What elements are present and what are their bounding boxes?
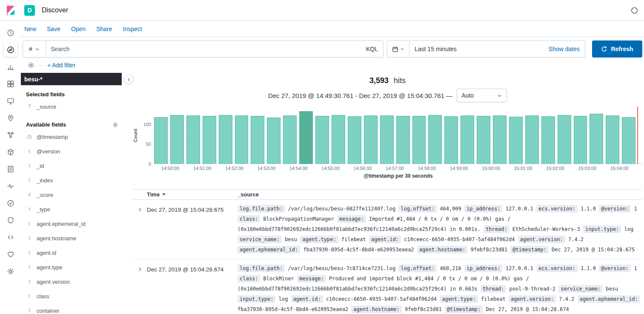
- histogram-bar[interactable]: [170, 115, 184, 164]
- histogram-bar[interactable]: [396, 116, 410, 164]
- field-item-_score[interactable]: #_score: [26, 187, 118, 202]
- field-item-agent.hostname[interactable]: tagent.hostname: [26, 231, 118, 245]
- maps-icon[interactable]: [4, 111, 17, 125]
- kql-language-selector[interactable]: KQL: [361, 46, 383, 52]
- time-column-header[interactable]: Time: [147, 191, 238, 198]
- histogram-bar[interactable]: [332, 115, 345, 164]
- canvas-icon[interactable]: [4, 94, 17, 108]
- field-item-container[interactable]: tcontainer: [26, 303, 118, 314]
- menu-item-open[interactable]: Open: [71, 26, 86, 32]
- field-item-agent.version[interactable]: tagent.version: [26, 274, 118, 289]
- dashboard-icon[interactable]: [4, 77, 17, 91]
- logs-icon[interactable]: [4, 162, 17, 176]
- refresh-button[interactable]: Refresh: [592, 40, 642, 58]
- index-pattern-selector[interactable]: besu-*: [21, 73, 122, 85]
- stack-monitoring-icon[interactable]: [4, 248, 17, 261]
- histogram-bar[interactable]: [267, 118, 280, 164]
- menu-item-save[interactable]: Save: [47, 26, 60, 32]
- x-tick-label: 14:51:00: [193, 166, 212, 171]
- field-name-badge: agent.version:: [518, 236, 565, 243]
- histogram-bar[interactable]: [186, 115, 200, 164]
- x-tick-label: 14:56:00: [354, 166, 372, 171]
- histogram-bar[interactable]: [525, 115, 539, 164]
- infrastructure-icon[interactable]: [4, 145, 17, 159]
- apm-icon[interactable]: [4, 179, 17, 193]
- field-item-_index[interactable]: t_index: [26, 173, 118, 187]
- time-range-value[interactable]: Last 15 minutes: [409, 46, 544, 52]
- add-filter-link[interactable]: + Add filter: [47, 62, 76, 69]
- field-type-badge: t: [26, 264, 33, 270]
- field-item-_source[interactable]: ?_source: [26, 99, 118, 114]
- field-item-@timestamp[interactable]: @timestamp: [26, 130, 118, 144]
- field-type-badge: t: [26, 206, 33, 212]
- menu-item-inspect[interactable]: Inspect: [123, 26, 142, 32]
- saved-query-dropdown[interactable]: #: [23, 41, 46, 57]
- histogram-bar[interactable]: [251, 116, 264, 164]
- histogram-bar[interactable]: [574, 116, 587, 164]
- field-name: agent.ephemeral_id: [37, 221, 86, 227]
- query-bar-area: # KQL Last 15 minutes Show dates: [21, 37, 644, 73]
- field-item-class[interactable]: tclass: [26, 289, 118, 303]
- filter-options-gear-icon[interactable]: [28, 62, 34, 69]
- index-pattern-name: besu-*: [24, 76, 43, 83]
- field-name: _index: [37, 177, 53, 184]
- management-icon[interactable]: [4, 265, 17, 278]
- field-settings-gear-icon[interactable]: [112, 122, 118, 128]
- expand-row-icon[interactable]: [133, 262, 147, 272]
- histogram-bar[interactable]: [444, 116, 458, 164]
- histogram-bar[interactable]: [558, 115, 571, 164]
- search-input[interactable]: [46, 41, 361, 57]
- visualize-icon[interactable]: [4, 60, 17, 74]
- kibana-logo[interactable]: [0, 0, 21, 20]
- field-item-@version[interactable]: t@version: [26, 144, 118, 158]
- results-panel: 3,593 hits Dec 27, 2019 @ 14:49:30.761 -…: [122, 73, 644, 314]
- calendar-dropdown-button[interactable]: [387, 41, 409, 57]
- histogram-bar[interactable]: [622, 117, 635, 164]
- field-item-agent.ephemeral_id[interactable]: tagent.ephemeral_id: [26, 216, 118, 231]
- field-name: agent.version: [37, 279, 70, 285]
- time-column-label: Time: [147, 191, 160, 198]
- histogram-bar[interactable]: [203, 116, 216, 164]
- siem-icon[interactable]: [4, 213, 17, 227]
- machine-learning-icon[interactable]: [4, 128, 17, 142]
- field-name-badge: @timestamp:: [510, 246, 548, 254]
- histogram-bar[interactable]: [315, 116, 329, 164]
- histogram-bar[interactable]: [412, 116, 426, 164]
- interval-select[interactable]: Auto: [457, 89, 507, 102]
- collapse-sidebar-button[interactable]: [124, 75, 133, 84]
- menu-item-new[interactable]: New: [24, 26, 36, 32]
- show-dates-link[interactable]: Show dates: [544, 46, 585, 52]
- histogram-bar[interactable]: [428, 115, 442, 164]
- hits-header: 3,593 hits: [133, 76, 642, 85]
- field-type-badge: t: [26, 221, 33, 227]
- histogram-bar[interactable]: [283, 115, 297, 164]
- recently-viewed-icon[interactable]: [4, 26, 17, 40]
- uptime-icon[interactable]: [4, 196, 17, 210]
- field-type-badge: t: [26, 235, 33, 241]
- field-name-badge: service_name:: [558, 285, 603, 293]
- histogram-bar[interactable]: [541, 116, 555, 164]
- histogram-bar[interactable]: [219, 115, 232, 164]
- histogram-bar[interactable]: [235, 115, 249, 164]
- histogram-bar[interactable]: [299, 111, 313, 164]
- discover-icon[interactable]: [4, 43, 17, 57]
- field-item-_type[interactable]: t_type: [26, 202, 118, 216]
- histogram-bar[interactable]: [509, 117, 523, 164]
- histogram-bar[interactable]: [606, 115, 619, 164]
- histogram-bar[interactable]: [461, 115, 474, 164]
- histogram-bar[interactable]: [364, 115, 378, 164]
- histogram-bar[interactable]: [493, 115, 507, 164]
- selected-fields-heading: Selected fields: [26, 91, 118, 98]
- histogram-bar[interactable]: [380, 115, 394, 164]
- field-item-agent.id[interactable]: tagent.id: [26, 245, 118, 260]
- histogram-bar[interactable]: [154, 117, 168, 164]
- histogram-bar[interactable]: [590, 114, 603, 164]
- histogram-bar[interactable]: [477, 116, 490, 164]
- field-item-agent.type[interactable]: tagent.type: [26, 260, 118, 274]
- dev-tools-icon[interactable]: [4, 230, 17, 244]
- menu-item-share[interactable]: Share: [96, 26, 112, 32]
- expand-row-icon[interactable]: [133, 202, 147, 213]
- help-icon[interactable]: [631, 7, 638, 14]
- histogram-bar[interactable]: [348, 116, 361, 164]
- field-item-_id[interactable]: t_id: [26, 158, 118, 173]
